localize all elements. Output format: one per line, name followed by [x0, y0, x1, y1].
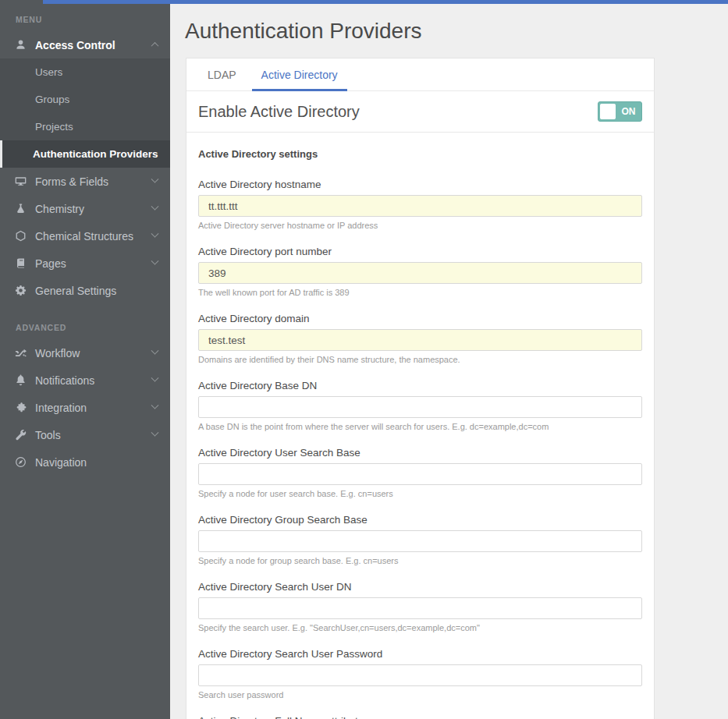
sidebar-item-access-control[interactable]: Access Control	[0, 31, 170, 58]
sidebar-item-forms-fields[interactable]: Forms & Fields	[0, 168, 170, 195]
enable-active-directory-row: Enable Active Directory ON	[186, 91, 654, 133]
chevron-down-icon	[151, 203, 159, 211]
field-label: Active Directory Search User DN	[198, 581, 642, 593]
sidebar-item-navigation[interactable]: Navigation	[0, 448, 170, 476]
chevron-down-icon	[151, 429, 159, 437]
field-active-directory-user-search-base: Active Directory User Search BaseSpecify…	[198, 447, 642, 499]
sidebar-submenu: UsersGroupsProjectsAuthentication Provid…	[0, 58, 170, 168]
active-directory-domain-input[interactable]	[198, 329, 642, 351]
section-heading: Active Directory settings	[198, 148, 642, 160]
chevron-up-icon	[151, 42, 159, 50]
settings-card: LDAP Active Directory Enable Active Dire…	[186, 58, 655, 719]
toggle-knob	[600, 104, 616, 119]
tab-ldap[interactable]: LDAP	[198, 58, 246, 90]
field-active-directory-domain: Active Directory domainDomains are ident…	[198, 313, 642, 365]
tab-bar: LDAP Active Directory	[186, 58, 654, 91]
tab-active-directory[interactable]: Active Directory	[252, 58, 347, 90]
sidebar-item-general-settings[interactable]: General Settings	[0, 277, 170, 304]
sidebar-main-nav: Access Control	[0, 31, 170, 58]
hexagon-icon	[14, 230, 27, 243]
field-active-directory-base-dn: Active Directory Base DNA base DN is the…	[198, 380, 642, 432]
gear-icon	[14, 285, 27, 297]
puzzle-icon	[14, 402, 27, 414]
field-active-directory-hostname: Active Directory hostnameActive Director…	[198, 179, 642, 231]
user-icon	[14, 39, 27, 51]
field-active-directory-search-user-password: Active Directory Search User PasswordSea…	[198, 648, 642, 700]
chevron-down-icon	[151, 374, 159, 382]
flask-icon	[14, 203, 27, 215]
chevron-down-icon	[151, 175, 159, 183]
wrench-icon	[14, 429, 27, 441]
enable-active-directory-toggle[interactable]: ON	[598, 101, 642, 122]
sidebar-subitem-authentication-providers[interactable]: Authentication Providers	[0, 140, 170, 168]
sidebar-item-label: Access Control	[35, 39, 152, 51]
bell-icon	[14, 374, 27, 387]
field-label: Active Directory Full Name attribute	[198, 715, 642, 719]
sidebar-advanced-nav: WorkflowNotificationsIntegrationToolsNav…	[0, 339, 170, 476]
active-directory-port-number-input[interactable]	[198, 262, 642, 284]
active-directory-hostname-input[interactable]	[198, 195, 642, 217]
field-help: Active Directory server hostname or IP a…	[198, 221, 642, 231]
sidebar-item-chemistry[interactable]: Chemistry	[0, 195, 170, 222]
field-label: Active Directory domain	[198, 313, 642, 324]
active-directory-group-search-base-input[interactable]	[198, 530, 642, 552]
sidebar-item-label: Chemical Structures	[35, 230, 152, 243]
active-directory-base-dn-input[interactable]	[198, 396, 642, 418]
sidebar-item-label: Pages	[35, 257, 152, 270]
field-help: The well known port for AD traffic is 38…	[198, 288, 642, 298]
sidebar-item-label: Forms & Fields	[35, 175, 152, 188]
settings-form: Active Directory settings Active Directo…	[186, 133, 654, 719]
sidebar-item-label: Navigation	[35, 456, 158, 469]
sidebar-subitem-users[interactable]: Users	[0, 58, 170, 86]
sidebar-menu-header: MENU	[0, 0, 170, 31]
sidebar-item-pages[interactable]: Pages	[0, 250, 170, 277]
toggle-on-label: ON	[616, 102, 641, 121]
sidebar-item-notifications[interactable]: Notifications	[0, 367, 170, 394]
field-label: Active Directory User Search Base	[198, 447, 642, 459]
active-directory-search-user-dn-input[interactable]	[198, 597, 642, 619]
sidebar-item-label: Workflow	[35, 347, 152, 360]
page-title: Authentication Providers	[185, 19, 728, 44]
sidebar-item-label: Integration	[35, 402, 152, 414]
enable-heading: Enable Active Directory	[198, 103, 598, 121]
sidebar-mid-nav: Forms & FieldsChemistryChemical Structur…	[0, 168, 170, 304]
chevron-down-icon	[151, 347, 159, 355]
field-help: A base DN is the point from where the se…	[198, 422, 642, 432]
sidebar-item-label: Tools	[35, 429, 152, 441]
sidebar-advanced-header: ADVANCED	[0, 304, 170, 339]
active-directory-search-user-password-input[interactable]	[198, 664, 642, 686]
main-content: Authentication Providers LDAP Active Dir…	[170, 0, 728, 719]
field-label: Active Directory Group Search Base	[198, 514, 642, 526]
sidebar-item-label: General Settings	[35, 285, 158, 297]
chevron-down-icon	[151, 230, 159, 238]
sidebar-item-workflow[interactable]: Workflow	[0, 339, 170, 367]
book-icon	[14, 257, 27, 270]
field-help: Specify a node for user search base. E.g…	[198, 489, 642, 499]
compass-icon	[14, 456, 27, 469]
sidebar-subitem-groups[interactable]: Groups	[0, 86, 170, 113]
field-help: Specify the search user. E.g. "SearchUse…	[198, 623, 642, 633]
top-accent-bar	[43, 0, 728, 4]
chevron-down-icon	[151, 402, 159, 409]
chevron-down-icon	[151, 257, 159, 265]
sidebar-item-integration[interactable]: Integration	[0, 394, 170, 421]
shuffle-icon	[14, 347, 27, 360]
field-help: Search user password	[198, 690, 642, 700]
active-directory-user-search-base-input[interactable]	[198, 463, 642, 485]
field-label: Active Directory Search User Password	[198, 648, 642, 660]
sidebar-subitem-projects[interactable]: Projects	[0, 113, 170, 140]
sidebar-item-tools[interactable]: Tools	[0, 421, 170, 448]
field-label: Active Directory port number	[198, 246, 642, 257]
sidebar-item-label: Notifications	[35, 374, 152, 387]
field-active-directory-port-number: Active Directory port numberThe well kno…	[198, 246, 642, 298]
monitor-icon	[14, 175, 27, 188]
sidebar-item-label: Chemistry	[35, 203, 152, 215]
field-active-directory-search-user-dn: Active Directory Search User DNSpecify t…	[198, 581, 642, 633]
field-label: Active Directory Base DN	[198, 380, 642, 391]
field-label: Active Directory hostname	[198, 179, 642, 190]
field-active-directory-full-name-attribute: Active Directory Full Name attribute	[198, 715, 642, 719]
field-help: Specify a node for group search base. E.…	[198, 556, 642, 566]
sidebar-item-chemical-structures[interactable]: Chemical Structures	[0, 222, 170, 250]
sidebar: MENU Access Control UsersGroupsProjectsA…	[0, 0, 170, 719]
field-help: Domains are identified by their DNS name…	[198, 355, 642, 365]
